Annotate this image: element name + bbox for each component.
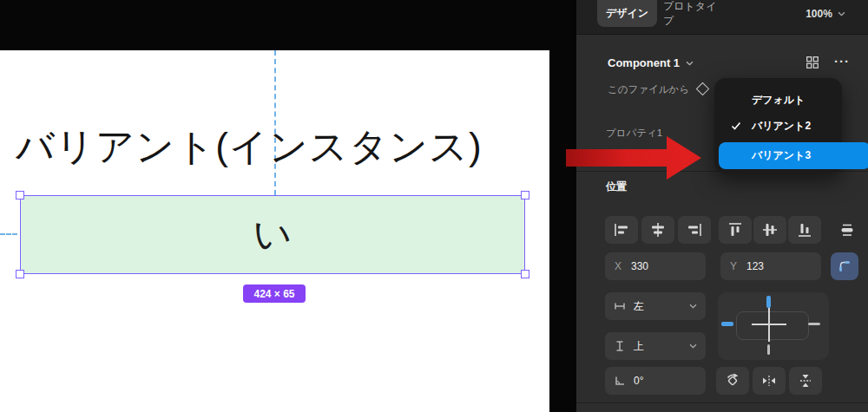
align-bottom-button[interactable] xyxy=(788,216,821,244)
tab-design-label: デザイン xyxy=(606,6,648,21)
rotation-input[interactable]: 0° xyxy=(605,367,706,395)
menu-item-variant3-selected[interactable]: バリアント3 xyxy=(719,142,868,169)
align-right-button[interactable] xyxy=(678,216,711,244)
chevron-down-icon xyxy=(689,304,697,309)
constraint-left-tick[interactable] xyxy=(721,322,733,326)
x-position-input[interactable]: X 330 xyxy=(605,252,706,280)
horizontal-constraint-value: 左 xyxy=(634,299,681,314)
selection-handle-top-left[interactable] xyxy=(16,191,24,199)
flip-vertical-button[interactable] xyxy=(789,367,822,395)
menu-item-label: デフォルト xyxy=(752,93,805,108)
absolute-position-toggle[interactable] xyxy=(831,252,858,280)
canvas[interactable]: バリアント(インスタンス) い 424 × 65 xyxy=(0,50,549,412)
red-annotation-arrow xyxy=(556,130,712,191)
variant-dropdown-menu: デフォルト バリアント2 バリアント3 xyxy=(714,78,842,173)
tab-design[interactable]: デザイン xyxy=(597,0,657,27)
vertical-constraint-select[interactable]: 上 xyxy=(605,332,706,360)
align-top-button[interactable] xyxy=(719,216,752,244)
tab-prototype-label: プロトタイプ xyxy=(663,0,717,29)
menu-item-label: バリアント2 xyxy=(714,119,811,134)
selection-handle-bottom-right[interactable] xyxy=(521,270,529,278)
horizontal-constraint-select[interactable]: 左 xyxy=(605,292,706,320)
selected-variant-instance[interactable]: い xyxy=(20,195,525,274)
align-top-icon xyxy=(727,221,744,239)
vertical-constraint-value: 上 xyxy=(634,339,681,354)
align-vertical-center-icon xyxy=(761,221,779,239)
tidy-up-icon xyxy=(838,221,856,239)
constraints-widget[interactable] xyxy=(718,292,829,360)
tab-prototype[interactable]: プロトタイプ xyxy=(663,0,717,27)
x-label: X xyxy=(615,260,621,272)
vertical-constraint-icon xyxy=(614,340,626,352)
constraint-bottom-tick[interactable] xyxy=(767,344,770,355)
angle-icon xyxy=(614,375,626,387)
horizontal-constraint-icon xyxy=(614,300,626,312)
checkmark-icon xyxy=(731,121,741,131)
tidy-up-button[interactable] xyxy=(832,216,863,244)
component-header[interactable]: Component 1 xyxy=(608,56,694,69)
more-icon: ··· xyxy=(834,54,850,69)
constraint-top-tick[interactable] xyxy=(766,296,771,308)
absolute-position-icon xyxy=(838,259,852,273)
zoom-level-value: 100% xyxy=(806,8,832,20)
constraints-inner-frame xyxy=(736,311,809,340)
rotation-value: 0° xyxy=(634,375,643,387)
align-horizontal-center-icon xyxy=(649,221,667,239)
component-grid-icon xyxy=(806,56,819,69)
more-options-button[interactable]: ··· xyxy=(827,54,857,69)
flip-horizontal-icon xyxy=(761,373,777,389)
align-bottom-icon xyxy=(796,221,813,239)
selection-handle-top-right[interactable] xyxy=(521,191,529,199)
y-position-input[interactable]: Y 123 xyxy=(720,252,821,280)
chevron-down-icon xyxy=(689,343,697,349)
component-grid-button[interactable] xyxy=(803,55,822,70)
section-divider xyxy=(576,402,868,403)
component-source-label: このファイルから xyxy=(608,83,689,96)
align-horizontal-center-button[interactable] xyxy=(641,216,674,244)
menu-item-variant2[interactable]: バリアント2 xyxy=(714,113,842,139)
menu-item-default[interactable]: デフォルト xyxy=(714,87,868,113)
flip-horizontal-button[interactable] xyxy=(753,367,786,395)
rotate-button[interactable] xyxy=(716,367,749,395)
component-name: Component 1 xyxy=(608,56,680,69)
constraint-right-tick[interactable] xyxy=(808,323,820,325)
menu-item-label: バリアント3 xyxy=(752,148,811,163)
y-value: 123 xyxy=(746,260,764,272)
canvas-title-text[interactable]: バリアント(インスタンス) xyxy=(16,121,483,173)
chevron-down-icon xyxy=(838,11,845,16)
zoom-menu[interactable]: 100% xyxy=(799,0,852,27)
size-badge: 424 × 65 xyxy=(243,284,306,303)
align-left-icon xyxy=(613,221,630,239)
horizontal-guide-line xyxy=(0,233,17,235)
y-label: Y xyxy=(730,260,737,272)
selection-handle-bottom-left[interactable] xyxy=(16,270,24,278)
align-vertical-center-button[interactable] xyxy=(753,216,786,244)
rotate-icon xyxy=(725,373,740,389)
flip-vertical-icon xyxy=(798,373,813,389)
variant-instance-label: い xyxy=(253,209,292,260)
chevron-down-icon xyxy=(686,61,694,66)
x-value: 330 xyxy=(631,260,648,272)
constraints-cross-horizontal xyxy=(752,324,786,325)
align-left-button[interactable] xyxy=(605,216,638,244)
align-right-icon xyxy=(686,221,703,239)
